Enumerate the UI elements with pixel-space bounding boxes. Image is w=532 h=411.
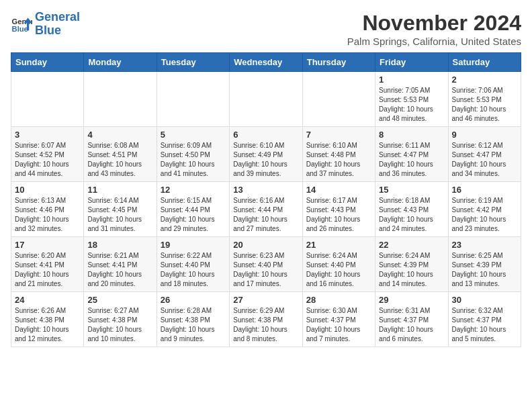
day-number: 2 [452, 75, 517, 85]
table-row: 21Sunrise: 6:24 AM Sunset: 4:40 PM Dayli… [302, 237, 375, 292]
table-row: 9Sunrise: 6:12 AM Sunset: 4:47 PM Daylig… [448, 127, 521, 182]
day-number: 6 [233, 130, 298, 140]
logo-icon: General Blue [11, 13, 32, 35]
day-number: 30 [452, 295, 517, 305]
svg-text:Blue: Blue [12, 25, 28, 33]
day-info: Sunrise: 6:29 AM Sunset: 4:38 PM Dayligh… [233, 306, 298, 344]
day-number: 4 [87, 130, 152, 140]
logo-blue: Blue [35, 24, 61, 37]
day-number: 24 [15, 295, 80, 305]
day-number: 12 [161, 185, 226, 195]
day-info: Sunrise: 6:26 AM Sunset: 4:38 PM Dayligh… [15, 306, 80, 344]
table-row: 23Sunrise: 6:25 AM Sunset: 4:39 PM Dayli… [448, 237, 521, 292]
header-saturday: Saturday [448, 53, 521, 72]
day-info: Sunrise: 6:11 AM Sunset: 4:47 PM Dayligh… [379, 141, 444, 179]
day-info: Sunrise: 6:10 AM Sunset: 4:48 PM Dayligh… [306, 141, 371, 179]
calendar-week-5: 24Sunrise: 6:26 AM Sunset: 4:38 PM Dayli… [11, 292, 521, 347]
table-row: 8Sunrise: 6:11 AM Sunset: 4:47 PM Daylig… [375, 127, 448, 182]
table-row: 19Sunrise: 6:22 AM Sunset: 4:40 PM Dayli… [157, 237, 229, 292]
table-row [11, 72, 84, 127]
day-number: 14 [306, 185, 371, 195]
day-info: Sunrise: 6:23 AM Sunset: 4:40 PM Dayligh… [233, 251, 298, 289]
day-number: 11 [87, 185, 152, 195]
calendar-week-4: 17Sunrise: 6:20 AM Sunset: 4:41 PM Dayli… [11, 237, 521, 292]
calendar-week-2: 3Sunrise: 6:07 AM Sunset: 4:52 PM Daylig… [11, 127, 521, 182]
table-row: 26Sunrise: 6:28 AM Sunset: 4:38 PM Dayli… [157, 292, 229, 347]
day-info: Sunrise: 6:12 AM Sunset: 4:47 PM Dayligh… [452, 141, 517, 179]
table-row: 10Sunrise: 6:13 AM Sunset: 4:46 PM Dayli… [11, 182, 84, 237]
table-row: 4Sunrise: 6:08 AM Sunset: 4:51 PM Daylig… [84, 127, 157, 182]
day-number: 8 [379, 130, 444, 140]
day-number: 1 [379, 75, 444, 85]
table-row: 29Sunrise: 6:31 AM Sunset: 4:37 PM Dayli… [375, 292, 448, 347]
day-info: Sunrise: 6:31 AM Sunset: 4:37 PM Dayligh… [379, 306, 444, 344]
table-row: 2Sunrise: 7:06 AM Sunset: 5:53 PM Daylig… [448, 72, 521, 127]
table-row: 20Sunrise: 6:23 AM Sunset: 4:40 PM Dayli… [230, 237, 302, 292]
day-number: 28 [306, 295, 371, 305]
day-info: Sunrise: 6:16 AM Sunset: 4:44 PM Dayligh… [233, 196, 298, 234]
day-number: 26 [161, 295, 226, 305]
day-number: 5 [161, 130, 226, 140]
page-subtitle: Palm Springs, California, United States [347, 36, 521, 47]
calendar-body: 1Sunrise: 7:05 AM Sunset: 5:53 PM Daylig… [11, 72, 521, 347]
table-row: 13Sunrise: 6:16 AM Sunset: 4:44 PM Dayli… [230, 182, 302, 237]
day-info: Sunrise: 7:05 AM Sunset: 5:53 PM Dayligh… [379, 86, 444, 124]
day-number: 9 [452, 130, 517, 140]
day-info: Sunrise: 6:15 AM Sunset: 4:44 PM Dayligh… [161, 196, 226, 234]
header-monday: Monday [84, 53, 157, 72]
page-header: General Blue General Blue November 2024 … [11, 11, 521, 47]
day-info: Sunrise: 6:08 AM Sunset: 4:51 PM Dayligh… [87, 141, 152, 179]
day-info: Sunrise: 6:09 AM Sunset: 4:50 PM Dayligh… [161, 141, 226, 179]
day-number: 15 [379, 185, 444, 195]
header-tuesday: Tuesday [157, 53, 229, 72]
day-number: 3 [15, 130, 80, 140]
day-info: Sunrise: 6:28 AM Sunset: 4:38 PM Dayligh… [161, 306, 226, 344]
table-row: 11Sunrise: 6:14 AM Sunset: 4:45 PM Dayli… [84, 182, 157, 237]
table-row: 12Sunrise: 6:15 AM Sunset: 4:44 PM Dayli… [157, 182, 229, 237]
day-number: 19 [161, 240, 226, 250]
day-info: Sunrise: 6:20 AM Sunset: 4:41 PM Dayligh… [15, 251, 80, 289]
day-number: 18 [87, 240, 152, 250]
table-row: 5Sunrise: 6:09 AM Sunset: 4:50 PM Daylig… [157, 127, 229, 182]
day-number: 17 [15, 240, 80, 250]
header-row: Sunday Monday Tuesday Wednesday Thursday… [11, 53, 521, 72]
day-number: 13 [233, 185, 298, 195]
calendar-header: Sunday Monday Tuesday Wednesday Thursday… [11, 53, 521, 72]
table-row: 17Sunrise: 6:20 AM Sunset: 4:41 PM Dayli… [11, 237, 84, 292]
day-info: Sunrise: 6:19 AM Sunset: 4:42 PM Dayligh… [452, 196, 517, 234]
day-info: Sunrise: 6:30 AM Sunset: 4:37 PM Dayligh… [306, 306, 371, 344]
table-row: 22Sunrise: 6:24 AM Sunset: 4:39 PM Dayli… [375, 237, 448, 292]
table-row: 24Sunrise: 6:26 AM Sunset: 4:38 PM Dayli… [11, 292, 84, 347]
day-number: 7 [306, 130, 371, 140]
logo-general: General [35, 10, 80, 24]
table-row [84, 72, 157, 127]
day-number: 23 [452, 240, 517, 250]
day-info: Sunrise: 7:06 AM Sunset: 5:53 PM Dayligh… [452, 86, 517, 124]
table-row: 7Sunrise: 6:10 AM Sunset: 4:48 PM Daylig… [302, 127, 375, 182]
day-info: Sunrise: 6:27 AM Sunset: 4:38 PM Dayligh… [87, 306, 152, 344]
table-row: 25Sunrise: 6:27 AM Sunset: 4:38 PM Dayli… [84, 292, 157, 347]
logo: General Blue General Blue [11, 11, 80, 38]
header-thursday: Thursday [302, 53, 375, 72]
day-info: Sunrise: 6:10 AM Sunset: 4:49 PM Dayligh… [233, 141, 298, 179]
table-row: 1Sunrise: 7:05 AM Sunset: 5:53 PM Daylig… [375, 72, 448, 127]
day-info: Sunrise: 6:22 AM Sunset: 4:40 PM Dayligh… [161, 251, 226, 289]
day-number: 29 [379, 295, 444, 305]
title-block: November 2024 Palm Springs, California, … [347, 11, 521, 47]
table-row: 6Sunrise: 6:10 AM Sunset: 4:49 PM Daylig… [230, 127, 302, 182]
table-row: 28Sunrise: 6:30 AM Sunset: 4:37 PM Dayli… [302, 292, 375, 347]
header-friday: Friday [375, 53, 448, 72]
day-info: Sunrise: 6:13 AM Sunset: 4:46 PM Dayligh… [15, 196, 80, 234]
table-row: 15Sunrise: 6:18 AM Sunset: 4:43 PM Dayli… [375, 182, 448, 237]
day-info: Sunrise: 6:18 AM Sunset: 4:43 PM Dayligh… [379, 196, 444, 234]
table-row [157, 72, 229, 127]
day-info: Sunrise: 6:25 AM Sunset: 4:39 PM Dayligh… [452, 251, 517, 289]
calendar-week-1: 1Sunrise: 7:05 AM Sunset: 5:53 PM Daylig… [11, 72, 521, 127]
table-row: 14Sunrise: 6:17 AM Sunset: 4:43 PM Dayli… [302, 182, 375, 237]
day-info: Sunrise: 6:24 AM Sunset: 4:39 PM Dayligh… [379, 251, 444, 289]
day-info: Sunrise: 6:21 AM Sunset: 4:41 PM Dayligh… [87, 251, 152, 289]
table-row [230, 72, 302, 127]
page-title: November 2024 [347, 11, 521, 36]
table-row [302, 72, 375, 127]
day-number: 25 [87, 295, 152, 305]
